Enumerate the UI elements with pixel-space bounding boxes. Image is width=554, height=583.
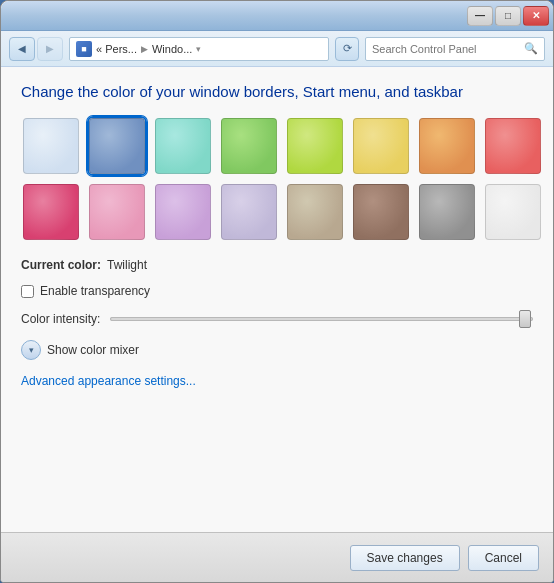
breadcrumb-icon: ■ [76,41,92,57]
swatch-twilight[interactable] [87,116,147,176]
intensity-track [110,317,533,321]
title-bar-buttons: — □ ✕ [467,6,549,26]
transparency-row: Enable transparency [21,284,533,298]
advanced-settings-link[interactable]: Advanced appearance settings... [21,374,196,388]
swatch-sea[interactable] [153,116,213,176]
close-button[interactable]: ✕ [523,6,549,26]
swatch-leaf[interactable] [219,116,279,176]
bottom-bar: Save changes Cancel [1,532,553,582]
intensity-slider[interactable] [110,317,533,321]
current-color-row: Current color: Twilight [21,258,533,272]
search-icon: 🔍 [524,42,538,55]
breadcrumb-bar: ■ « Pers... ▶ Windo... ▾ [69,37,329,61]
cancel-button[interactable]: Cancel [468,545,539,571]
swatch-blush[interactable] [483,116,543,176]
mixer-label: Show color mixer [47,343,139,357]
transparency-label[interactable]: Enable transparency [40,284,150,298]
minimize-button[interactable]: — [467,6,493,26]
current-color-value: Twilight [107,258,147,272]
breadcrumb-part1: « Pers... [96,43,137,55]
swatch-lime[interactable] [285,116,345,176]
swatch-white[interactable] [483,182,543,242]
mixer-row: ▾ Show color mixer [21,340,533,360]
swatch-orange[interactable] [417,116,477,176]
content-area: Change the color of your window borders,… [1,67,553,532]
back-button[interactable]: ◀ [9,37,35,61]
breadcrumb-dropdown-icon[interactable]: ▾ [196,44,201,54]
swatch-sky[interactable] [21,116,81,176]
swatch-silver[interactable] [417,182,477,242]
forward-button[interactable]: ▶ [37,37,63,61]
navigation-bar: ◀ ▶ ■ « Pers... ▶ Windo... ▾ ⟳ 🔍 [1,31,553,67]
nav-arrows: ◀ ▶ [9,37,63,61]
breadcrumb-part2: Windo... [152,43,192,55]
swatch-pink[interactable] [21,182,81,242]
swatch-gold[interactable] [351,116,411,176]
mixer-toggle-button[interactable]: ▾ [21,340,41,360]
intensity-thumb[interactable] [519,310,531,328]
title-bar: — □ ✕ [1,1,553,31]
swatch-frostflower[interactable] [153,182,213,242]
intensity-row: Color intensity: [21,312,533,326]
swatch-rose[interactable] [87,182,147,242]
intensity-label: Color intensity: [21,312,100,326]
maximize-button[interactable]: □ [495,6,521,26]
transparency-checkbox[interactable] [21,285,34,298]
search-bar: 🔍 [365,37,545,61]
breadcrumb-separator: ▶ [141,44,148,54]
swatch-lavender[interactable] [219,182,279,242]
swatch-pewter[interactable] [285,182,345,242]
search-input[interactable] [372,43,520,55]
swatch-stone[interactable] [351,182,411,242]
save-button[interactable]: Save changes [350,545,460,571]
page-title: Change the color of your window borders,… [21,83,533,100]
current-color-label: Current color: [21,258,101,272]
main-window: — □ ✕ ◀ ▶ ■ « Pers... ▶ Windo... ▾ ⟳ 🔍 C… [0,0,554,583]
refresh-button[interactable]: ⟳ [335,37,359,61]
color-swatches-grid [21,116,533,242]
